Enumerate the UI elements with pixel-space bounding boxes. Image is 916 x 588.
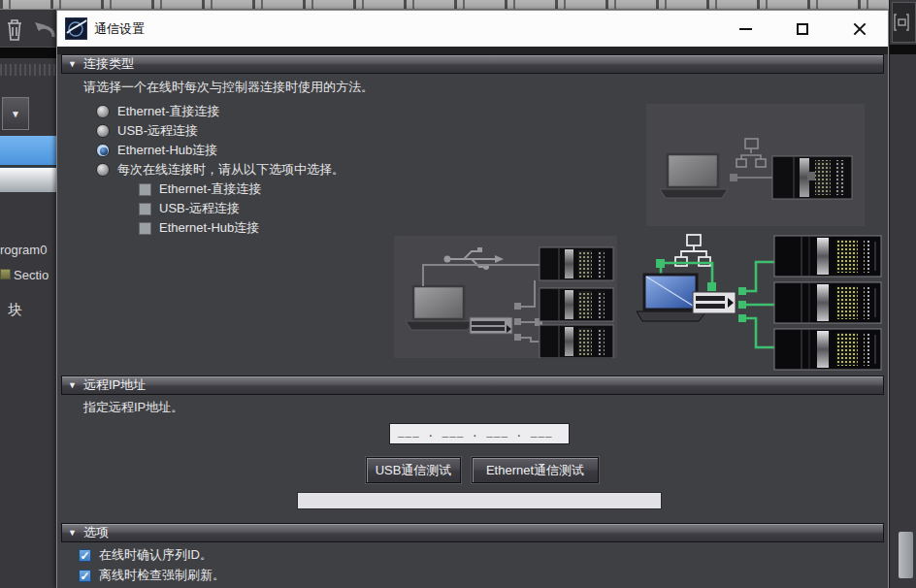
toolbar-row-clipped — [0, 167, 56, 192]
section-header-remote-ip[interactable]: ▼ 远程IP地址 — [61, 376, 884, 395]
radio-circle[interactable] — [96, 163, 110, 177]
test-progress-bar — [297, 492, 662, 509]
maximize-icon — [797, 23, 808, 35]
checkbox-box[interactable] — [139, 203, 151, 215]
dotted-texture-band — [0, 64, 56, 76]
radio-select-each-time[interactable]: 每次在线连接时，请从以下选项中选择。 — [96, 161, 344, 179]
checkbox-check-forced-refresh[interactable]: ✓ 离线时检查强制刷新。 — [79, 567, 225, 584]
usb-icon — [444, 247, 505, 270]
toolbar-button-clipped[interactable] — [892, 2, 916, 43]
trash-icon[interactable] — [4, 16, 25, 43]
communication-settings-dialog: 通信设置 ▼ 连接类型 请选择一个在线时每次与控制器连接时使用的方法。 Ethe… — [56, 10, 889, 588]
usb-remote-diagram — [394, 236, 617, 358]
panel-divider-bar — [0, 47, 56, 58]
ide-right-panel — [889, 0, 916, 588]
ethernet-hub-active-diagram — [637, 232, 884, 374]
section-title: 远程IP地址 — [83, 376, 146, 394]
scrollbar-thumb[interactable] — [899, 532, 913, 578]
checkbox-box[interactable] — [139, 183, 151, 196]
sidebar-item-section0[interactable]: Sectio — [0, 268, 49, 282]
dialog-title: 通信设置 — [94, 11, 145, 47]
checkbox-usb-remote[interactable]: USB-远程连接 — [139, 200, 240, 217]
radio-label: USB-远程连接 — [117, 122, 198, 140]
radio-label: Ethernet-直接连接 — [117, 103, 219, 120]
panel-divider-bar — [890, 45, 916, 54]
minimize-button[interactable] — [731, 11, 760, 47]
selected-row-highlight[interactable] — [0, 136, 56, 165]
checkbox-box-checked[interactable]: ✓ — [79, 549, 91, 562]
radio-circle[interactable] — [96, 105, 110, 118]
collapse-triangle-icon: ▼ — [68, 380, 77, 390]
minimize-icon — [739, 28, 752, 30]
section-header-connection-type[interactable]: ▼ 连接类型 — [61, 54, 884, 74]
section-title: 选项 — [83, 524, 109, 541]
radio-label: Ethernet-Hub连接 — [117, 142, 217, 159]
ethernet-direct-diagram — [646, 104, 865, 226]
titlebar-separator — [57, 47, 888, 54]
checkbox-label: 在线时确认序列ID。 — [99, 546, 213, 564]
connection-instruction: 请选择一个在线时每次与控制器连接时使用的方法。 — [83, 79, 374, 96]
close-icon — [852, 21, 867, 37]
selection-bracket-icon — [893, 3, 914, 42]
checkbox-box[interactable] — [139, 222, 151, 235]
collapse-triangle-icon: ▼ — [68, 528, 77, 538]
radio-label: 每次在线连接时，请从以下选项中选择。 — [117, 161, 344, 179]
remote-ip-instruction: 指定远程IP地址。 — [83, 399, 183, 416]
checkbox-box-checked[interactable]: ✓ — [79, 570, 91, 582]
hub-icon — [470, 317, 512, 334]
section-title: 连接类型 — [83, 55, 134, 73]
dialog-titlebar[interactable]: 通信设置 — [57, 11, 888, 47]
menubar-clipped-strip — [0, 0, 889, 10]
maximize-button[interactable] — [788, 11, 817, 47]
radio-circle[interactable] — [96, 124, 110, 138]
checkbox-confirm-serial-id[interactable]: ✓ 在线时确认序列ID。 — [79, 546, 213, 564]
usb-test-button[interactable]: USB通信测试 — [366, 457, 461, 483]
radio-ethernet-hub[interactable]: Ethernet-Hub连接 — [96, 142, 217, 159]
sidebar-item-function-blocks[interactable]: 块 — [8, 301, 22, 319]
remote-ip-input[interactable] — [389, 423, 570, 444]
tree-item-label: 块 — [8, 301, 22, 317]
network-tree-icon — [675, 235, 710, 266]
tree-item-label: rogram0 — [0, 243, 47, 257]
checkbox-label: Ethernet-Hub连接 — [159, 219, 259, 237]
switch-icon — [693, 292, 736, 313]
section-header-options[interactable]: ▼ 选项 — [61, 523, 884, 542]
collapse-triangle-icon: ▼ — [68, 59, 77, 69]
variable-dropdown-button[interactable]: ▼ — [2, 97, 29, 130]
undo-icon[interactable] — [33, 16, 56, 43]
sidebar-item-program0[interactable]: rogram0 — [0, 243, 47, 257]
ethernet-test-button[interactable]: Ethernet通信测试 — [472, 457, 599, 483]
section-icon — [0, 269, 11, 279]
radio-usb-remote[interactable]: USB-远程连接 — [96, 122, 198, 140]
ide-left-panel: ▼ rogram0 Sectio 块 — [0, 10, 56, 588]
radio-circle-selected[interactable] — [96, 144, 110, 157]
checkbox-label: 离线时检查强制刷新。 — [99, 567, 225, 584]
tree-item-label: Sectio — [14, 268, 49, 282]
checkbox-ethernet-hub[interactable]: Ethernet-Hub连接 — [139, 219, 259, 237]
radio-ethernet-direct[interactable]: Ethernet-直接连接 — [96, 103, 219, 120]
checkbox-label: Ethernet-直接连接 — [159, 180, 261, 198]
chevron-down-icon: ▼ — [11, 109, 20, 119]
close-button[interactable] — [845, 11, 874, 47]
checkbox-label: USB-远程连接 — [159, 200, 240, 217]
checkbox-ethernet-direct[interactable]: Ethernet-直接连接 — [139, 180, 261, 198]
sysmac-app-icon — [65, 17, 87, 40]
